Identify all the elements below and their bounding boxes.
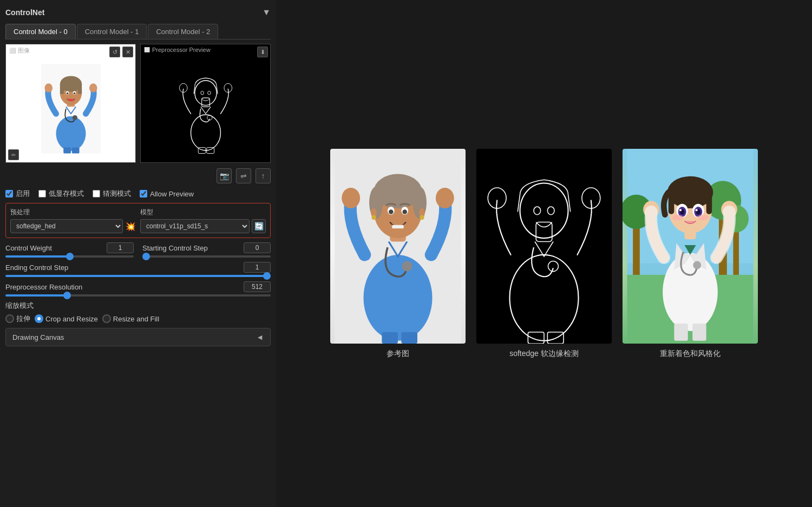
svg-rect-88 — [674, 323, 687, 340]
svg-rect-16 — [176, 64, 235, 154]
model-controls-row: control_v11p_sd15_s control_v11p_sd15_ca… — [140, 219, 266, 233]
edge-detection-svg — [476, 149, 612, 344]
preprocessor-controls: ⬇ — [257, 47, 268, 57]
starting-step-value: 0 — [244, 242, 271, 253]
enable-checkbox[interactable]: 启用 — [5, 189, 30, 199]
stretch-radio-dot[interactable] — [5, 314, 14, 323]
dual-slider-row-1: Control Weight 1 Starting Control Step 0 — [5, 242, 271, 258]
tab-control-model-0[interactable]: Control Model - 0 — [5, 24, 76, 39]
preprocessor-controls-row: softedge_hed softedge_hedsafe softedge_p… — [10, 219, 136, 233]
svg-point-37 — [389, 209, 393, 214]
transfer-button[interactable]: ⇌ — [236, 168, 251, 183]
edge-image — [476, 149, 612, 344]
svg-point-10 — [73, 93, 75, 95]
reset-image-button[interactable]: ↺ — [109, 47, 120, 57]
tab-control-model-1[interactable]: Control Model - 1 — [77, 24, 147, 39]
refresh-model-button[interactable]: 🔄 — [252, 219, 266, 233]
svg-rect-39 — [392, 225, 403, 228]
preprocessor-col: 预处理 softedge_hed softedge_hedsafe softed… — [10, 208, 136, 233]
svg-rect-14 — [63, 148, 71, 154]
model-select[interactable]: control_v11p_sd15_s control_v11p_sd15_ca… — [140, 219, 250, 233]
reference-image — [330, 149, 466, 344]
right-panel: 参考图 — [276, 0, 812, 507]
svg-point-43 — [420, 215, 424, 219]
edge-caption: softedge 软边缘检测 — [509, 349, 579, 359]
zoom-mode-section: 缩放模式 拉伸 Crop and Resize Resize and Fill — [5, 301, 271, 324]
crop-resize-option[interactable]: Crop and Resize — [35, 314, 98, 323]
upload-button[interactable]: ↑ — [256, 168, 271, 183]
image-preview-row: ⬜ 图像 ↺ ✕ — [5, 44, 271, 163]
reference-photo-bg — [330, 149, 466, 344]
model-settings-row: 预处理 softedge_hed softedge_hedsafe softed… — [5, 203, 271, 238]
control-weight-slider[interactable] — [5, 255, 134, 258]
svg-rect-15 — [71, 148, 79, 154]
svg-rect-48 — [401, 332, 417, 343]
low-vram-checkbox[interactable]: 低显存模式 — [38, 189, 84, 199]
svg-point-13 — [72, 115, 77, 120]
gallery-item-edge: softedge 软边缘检测 — [476, 149, 612, 359]
svg-point-72 — [667, 176, 713, 208]
resolution-slider[interactable] — [5, 294, 271, 297]
camera-button[interactable]: 📷 — [217, 168, 232, 183]
starting-step-header: Starting Control Step 0 — [142, 242, 271, 253]
svg-point-83 — [672, 214, 683, 220]
svg-rect-89 — [692, 323, 706, 340]
edge-detection-image — [176, 63, 235, 155]
download-preview-button[interactable]: ⬇ — [257, 47, 268, 57]
input-image-label: ⬜ 图像 — [9, 47, 30, 55]
input-image-box[interactable]: ⬜ 图像 ↺ ✕ — [5, 44, 136, 163]
control-weight-header: Control Weight 1 — [5, 242, 134, 253]
svg-point-46 — [402, 261, 412, 271]
reference-caption: 参考图 — [387, 349, 409, 359]
gallery-item-anime: 重新着色和风格化 — [623, 149, 758, 359]
anime-nurse-svg — [623, 149, 758, 344]
svg-point-11 — [44, 83, 53, 93]
nurse-image — [41, 63, 101, 155]
svg-rect-47 — [382, 332, 398, 343]
preprocessor-select[interactable]: softedge_hed softedge_hedsafe softedge_p… — [10, 219, 123, 233]
options-row: 启用 低显存模式 猜测模式 Allow Preview — [5, 189, 271, 199]
fire-button[interactable]: 💥 — [125, 221, 136, 232]
starting-step-slider[interactable] — [142, 255, 271, 258]
crop-resize-radio-dot[interactable] — [35, 314, 43, 323]
panel-header: ControlNet ▼ — [5, 5, 271, 19]
close-image-button[interactable]: ✕ — [122, 47, 133, 57]
tab-control-model-2[interactable]: Control Model - 2 — [148, 24, 218, 39]
svg-point-38 — [402, 209, 407, 214]
reference-nurse-svg — [330, 149, 466, 344]
preprocessor-label: ⬜ Preprocessor Preview — [144, 47, 211, 53]
allow-preview-checkbox[interactable]: Allow Preview — [140, 190, 194, 198]
svg-point-44 — [342, 188, 360, 208]
anime-photo-bg — [623, 149, 758, 344]
low-vram-checkbox-input[interactable] — [38, 190, 46, 197]
ending-step-slider[interactable] — [5, 275, 271, 277]
allow-preview-checkbox-input[interactable] — [140, 190, 147, 197]
drawing-canvas-accordion[interactable]: Drawing Canvas ◄ — [5, 328, 271, 346]
action-button-row: 📷 ⇌ ↑ — [5, 167, 271, 185]
ending-step-value: 1 — [244, 262, 271, 273]
guess-mode-checkbox[interactable]: 猜测模式 — [93, 189, 131, 199]
anime-caption: 重新着色和风格化 — [660, 349, 721, 359]
resolution-header: Preprocessor Resolution 512 — [5, 281, 271, 292]
svg-rect-6 — [77, 84, 81, 94]
preprocessor-preview-box[interactable]: ⬜ Preprocessor Preview ⬇ — [140, 44, 271, 163]
enable-checkbox-input[interactable] — [5, 190, 13, 197]
panel-collapse-arrow[interactable]: ▼ — [262, 8, 271, 17]
control-model-tabs: Control Model - 0 Control Model - 1 Cont… — [5, 24, 271, 39]
input-image-controls: ↺ ✕ — [109, 47, 133, 57]
svg-rect-5 — [60, 84, 63, 94]
gallery-item-reference: 参考图 — [330, 149, 466, 359]
svg-rect-49 — [481, 149, 607, 344]
resize-fill-option[interactable]: Resize and Fill — [102, 314, 159, 323]
resize-fill-radio-dot[interactable] — [102, 314, 111, 323]
ending-step-row: Ending Control Step 1 — [5, 262, 271, 277]
svg-point-9 — [66, 93, 68, 95]
edit-image-button[interactable]: ✏ — [8, 149, 19, 160]
svg-point-87 — [693, 261, 701, 269]
sliders-section: Control Weight 1 Starting Control Step 0… — [5, 242, 271, 297]
model-col: 模型 control_v11p_sd15_s control_v11p_sd15… — [140, 208, 266, 233]
stretch-option[interactable]: 拉伸 — [5, 314, 30, 324]
guess-mode-checkbox-input[interactable] — [93, 190, 100, 197]
svg-point-45 — [436, 188, 454, 208]
svg-point-1 — [56, 116, 86, 151]
